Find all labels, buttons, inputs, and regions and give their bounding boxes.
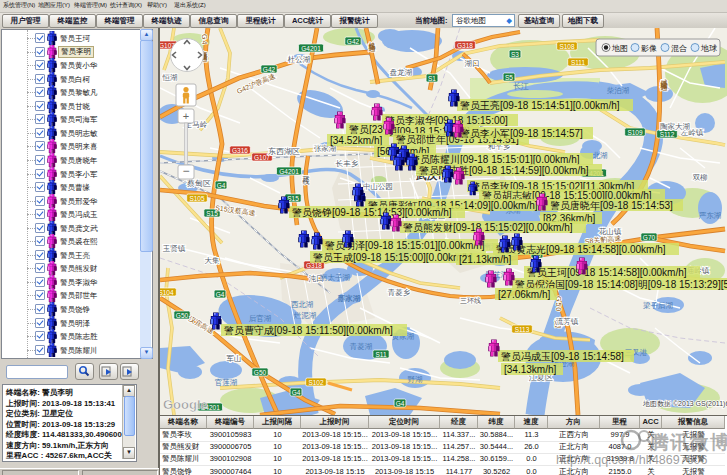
svg-text:柴泊湖: 柴泊湖: [607, 86, 630, 95]
svg-text:S3: S3: [511, 51, 519, 58]
svg-text:S102: S102: [308, 379, 324, 386]
svg-text:[21.13km/h]: [21.13km/h]: [459, 254, 511, 265]
svg-text:青菱湖: 青菱湖: [350, 342, 373, 351]
svg-text:S113: S113: [515, 326, 530, 333]
svg-text:影像: 影像: [641, 44, 657, 53]
svg-text:警员王成[09-18 15:15:00][0.00km/h]: 警员王成[09-18 15:15:00][0.00km/h]: [313, 252, 473, 263]
svg-text:长丰乡: 长丰乡: [335, 159, 359, 168]
svg-text:G42: G42: [347, 38, 360, 45]
svg-text:Google: Google: [163, 397, 208, 412]
svg-text:南太子湖: 南太子湖: [319, 273, 350, 282]
svg-text:S15: S15: [287, 195, 299, 202]
svg-text:警员王珂[09-18 15:14:58][0.00km/h]: 警员王珂[09-18 15:14:58][0.00km/h]: [527, 267, 687, 278]
svg-text:军山: 军山: [227, 354, 242, 363]
svg-text:G4: G4: [396, 400, 405, 407]
svg-text:湖口: 湖口: [465, 59, 480, 68]
svg-text:G4: G4: [292, 389, 301, 396]
svg-text:S108: S108: [559, 43, 575, 50]
svg-text:S109: S109: [627, 129, 643, 136]
svg-text:警员李小军[09-18 15:14:57]: 警员李小军[09-18 15:14:57]: [460, 128, 583, 139]
svg-text:玉贤镇: 玉贤镇: [163, 244, 186, 253]
svg-text:烂泥湖: 烂泥湖: [294, 311, 317, 320]
svg-text:盘龙湖: 盘龙湖: [390, 68, 413, 77]
svg-text:官莲湖: 官莲湖: [215, 378, 238, 387]
svg-text:+: +: [183, 110, 189, 122]
svg-text:蔡甸区: 蔡甸区: [187, 179, 211, 188]
svg-text:梁子后湖: 梁子后湖: [643, 301, 673, 310]
svg-text:野湖: 野湖: [408, 375, 423, 384]
svg-text:大集: 大集: [205, 256, 221, 265]
svg-text:警员曹守成[09-18 15:11:50][0.00km/h: 警员曹守成[09-18 15:11:50][0.00km/h]: [224, 325, 393, 336]
svg-text:G316: G316: [232, 147, 248, 154]
svg-text:G50: G50: [176, 312, 189, 319]
svg-text:S104: S104: [160, 289, 174, 296]
svg-text:S112: S112: [660, 131, 675, 138]
svg-text:G4: G4: [217, 182, 226, 189]
svg-text:杜公湖: 杜公湖: [287, 55, 311, 64]
svg-text:后官湖: 后官湖: [249, 314, 272, 323]
svg-text:警员陈耀川[09-18 15:15:01][0.00km/h: 警员陈耀川[09-18 15:15:01][0.00km/h]: [410, 154, 580, 165]
svg-text:[34.13km/h]: [34.13km/h]: [504, 364, 556, 375]
svg-text:S111: S111: [571, 59, 586, 66]
svg-text:西北湖: 西北湖: [291, 300, 314, 309]
svg-text:−: −: [182, 164, 189, 178]
svg-text:警员唐晓年[09-18 15:14:53]: 警员唐晓年[09-18 15:14:53]: [550, 200, 673, 211]
svg-text:三环线: 三环线: [460, 297, 481, 304]
svg-text:中山公园: 中山公园: [363, 182, 393, 191]
svg-text:S11: S11: [375, 351, 386, 358]
svg-text:[27.06km/h]: [27.06km/h]: [498, 289, 550, 300]
svg-text:北湖: 北湖: [593, 151, 608, 160]
svg-text:流芳镇: 流芳镇: [556, 317, 579, 326]
svg-text:苏家湖: 苏家湖: [338, 294, 361, 303]
svg-text:G70: G70: [643, 234, 656, 241]
svg-text:警员熊发财[09-18 15:15:02][0.00km/h: 警员熊发财[09-18 15:15:02][0.00km/h]: [403, 222, 573, 233]
svg-text:双柳: 双柳: [693, 173, 708, 182]
svg-text:地图: 地图: [611, 44, 628, 53]
svg-text:警员饶铮[09-18 15:14:53][0.00km/h]: 警员饶铮[09-18 15:14:53][0.00km/h]: [292, 207, 452, 218]
svg-text:S105: S105: [189, 195, 205, 202]
svg-text:S1: S1: [428, 75, 436, 82]
svg-text:G50: G50: [254, 369, 267, 376]
svg-text:陶家大湖: 陶家大湖: [660, 122, 690, 131]
svg-text:青菱乡: 青菱乡: [388, 288, 411, 297]
svg-text:警员冯成玉[09-18 15:14:58]: 警员冯成玉[09-18 15:14:58]: [501, 351, 624, 362]
svg-text:长江: 长江: [513, 82, 529, 91]
svg-text:S5: S5: [505, 74, 513, 81]
svg-text:混合: 混合: [671, 44, 687, 53]
svg-text:G4201: G4201: [301, 45, 321, 52]
svg-text:严东湖: 严东湖: [699, 211, 722, 220]
svg-text:G42: G42: [263, 66, 276, 73]
svg-text:G4201: G4201: [279, 168, 299, 175]
svg-text:花山镇: 花山镇: [599, 227, 622, 236]
svg-text:G318: G318: [457, 42, 473, 49]
svg-text:[34.52km/h]: [34.52km/h]: [330, 135, 382, 146]
svg-text:东西湖区: 东西湖区: [268, 147, 300, 156]
svg-text:地图数据 ©2013 GS(2011)6020号: 地图数据 ©2013 GS(2011)6020号: [642, 400, 727, 408]
svg-text:警员[23: 警员[23: [349, 124, 383, 135]
svg-text:警员王亮[09-18 15:14:51][0.00km/h]: 警员王亮[09-18 15:14:51][0.00km/h]: [460, 100, 620, 111]
svg-text:G4: G4: [216, 291, 225, 298]
svg-text:地球: 地球: [700, 44, 717, 53]
svg-text:恒湖: 恒湖: [162, 73, 178, 82]
